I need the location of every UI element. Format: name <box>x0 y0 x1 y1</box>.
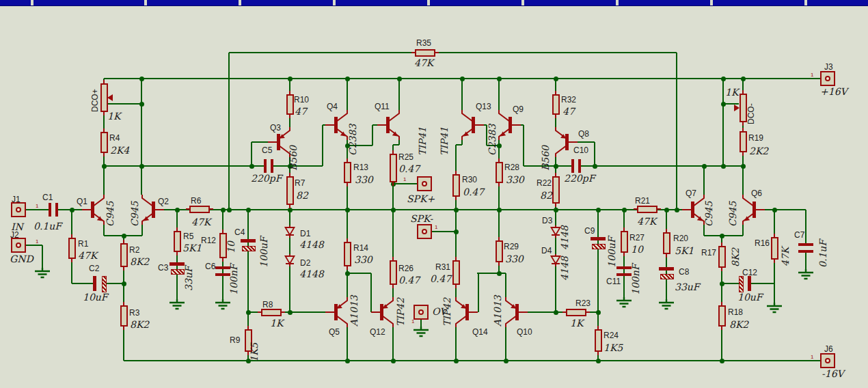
wire[interactable] <box>372 125 373 146</box>
wire[interactable] <box>805 210 806 243</box>
wire[interactable] <box>751 283 774 284</box>
terminal-J3[interactable] <box>820 71 835 86</box>
resistor-R30[interactable] <box>452 174 460 197</box>
wire[interactable] <box>805 253 806 269</box>
resistor-R20[interactable] <box>663 232 670 254</box>
wire[interactable] <box>229 52 415 53</box>
wire[interactable] <box>252 141 268 143</box>
wire[interactable] <box>108 103 141 105</box>
resistor-R8[interactable] <box>261 309 282 316</box>
wire[interactable] <box>722 79 724 166</box>
wire[interactable] <box>347 79 348 110</box>
wire[interactable] <box>322 125 323 166</box>
resistor-R13[interactable] <box>344 162 351 183</box>
resistor-R22[interactable] <box>552 176 560 204</box>
wire[interactable] <box>398 79 400 110</box>
wire[interactable] <box>455 327 457 361</box>
wire[interactable] <box>478 273 479 312</box>
resistor-R7[interactable] <box>286 176 294 205</box>
resistor-R10[interactable] <box>286 94 294 115</box>
wire[interactable] <box>141 225 143 236</box>
transistor-Q5[interactable] <box>325 297 349 327</box>
terminal-OV[interactable] <box>413 305 429 320</box>
resistor-R23[interactable] <box>566 309 586 316</box>
resistor-R18[interactable] <box>718 305 726 327</box>
wire[interactable] <box>247 210 249 312</box>
potentiometer-DCO-[interactable] <box>740 94 747 122</box>
resistor-R14[interactable] <box>344 242 351 266</box>
resistor-R6[interactable] <box>189 206 210 213</box>
wire[interactable] <box>347 327 348 361</box>
wire[interactable] <box>42 245 43 268</box>
wire[interactable] <box>392 327 394 361</box>
wire[interactable] <box>461 79 463 110</box>
terminal-SPK-[interactable] <box>417 224 432 239</box>
resistor-R19[interactable] <box>740 131 747 152</box>
wire[interactable] <box>523 125 524 166</box>
wire[interactable] <box>703 166 705 195</box>
resistor-R5[interactable] <box>174 231 181 252</box>
transistor-Q11[interactable] <box>377 110 401 140</box>
wire[interactable] <box>141 79 142 195</box>
wire[interactable] <box>347 273 371 274</box>
resistor-R24[interactable] <box>595 329 602 352</box>
wire[interactable] <box>435 52 677 53</box>
wire[interactable] <box>498 79 500 110</box>
wire[interactable] <box>477 273 506 274</box>
resistor-R32[interactable] <box>552 94 560 115</box>
transistor-Q4[interactable] <box>325 110 349 140</box>
transistor-Q7[interactable] <box>682 195 705 225</box>
resistor-R1[interactable] <box>68 238 76 259</box>
wire[interactable] <box>594 142 595 166</box>
wire[interactable] <box>742 225 744 236</box>
resistor-R2[interactable] <box>120 243 128 267</box>
diode-D2[interactable] <box>283 254 297 266</box>
transistor-Q12[interactable] <box>371 297 394 327</box>
wire[interactable] <box>505 327 506 361</box>
wire[interactable] <box>105 283 124 284</box>
resistor-R35[interactable] <box>415 49 435 57</box>
wire[interactable] <box>722 283 739 284</box>
wire[interactable] <box>432 231 456 232</box>
wire[interactable] <box>372 124 377 126</box>
wire[interactable] <box>676 53 677 210</box>
wire[interactable] <box>104 165 264 167</box>
resistor-R25[interactable] <box>390 154 397 182</box>
wire[interactable] <box>228 53 230 210</box>
wire[interactable] <box>461 140 463 145</box>
resistor-R28[interactable] <box>496 162 503 183</box>
terminal-SPK+[interactable] <box>417 176 432 191</box>
transistor-Q13[interactable] <box>461 110 484 140</box>
wire[interactable] <box>26 245 42 246</box>
wire[interactable] <box>420 320 422 327</box>
wire[interactable] <box>124 360 820 361</box>
wire[interactable] <box>505 273 506 297</box>
resistor-R17[interactable] <box>718 246 726 268</box>
resistor-R21[interactable] <box>637 206 657 213</box>
resistor-R3[interactable] <box>120 305 128 327</box>
wire[interactable] <box>26 209 49 210</box>
resistor-R31[interactable] <box>452 260 460 285</box>
wire[interactable] <box>393 144 399 146</box>
resistor-R27[interactable] <box>621 231 628 253</box>
wire[interactable] <box>393 183 417 184</box>
resistor-R4[interactable] <box>100 132 108 153</box>
transistor-Q9[interactable] <box>498 110 521 140</box>
wire[interactable] <box>251 142 252 166</box>
diode-D1[interactable] <box>283 225 297 238</box>
wire[interactable] <box>72 283 93 284</box>
transistor-Q14[interactable] <box>455 297 478 327</box>
terminal-J6[interactable] <box>820 353 835 368</box>
transistor-Q10[interactable] <box>504 297 528 327</box>
resistor-R16[interactable] <box>771 237 778 260</box>
resistor-R26[interactable] <box>390 260 397 285</box>
transistor-Q6[interactable] <box>742 195 765 225</box>
terminal-J2[interactable] <box>11 238 26 253</box>
wire[interactable] <box>210 209 637 210</box>
resistor-R29[interactable] <box>496 240 503 262</box>
potentiometer-DCO+[interactable] <box>100 83 108 112</box>
wire[interactable] <box>765 209 806 210</box>
wire[interactable] <box>578 141 595 143</box>
terminal-J1[interactable] <box>11 202 26 217</box>
wire[interactable] <box>581 165 743 167</box>
